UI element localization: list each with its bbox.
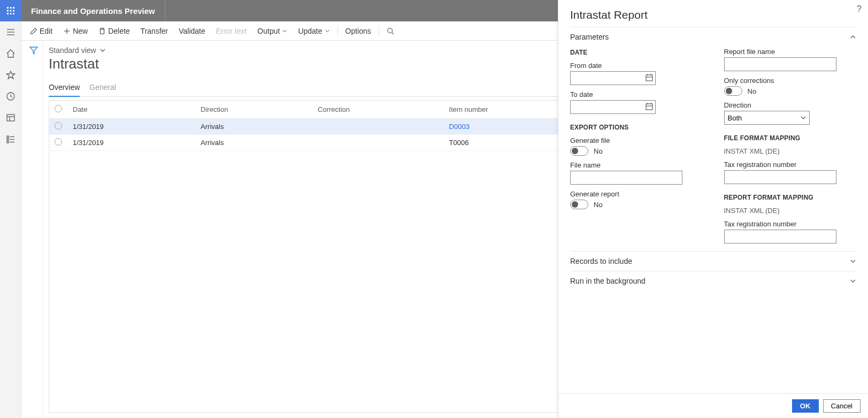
section-background: Run in the background bbox=[570, 271, 856, 291]
search-icon bbox=[387, 27, 394, 35]
chevron-down-icon bbox=[325, 28, 330, 34]
update-label: Update bbox=[298, 27, 322, 35]
file-name-input[interactable] bbox=[570, 171, 682, 185]
clock-icon bbox=[6, 92, 16, 101]
modules-button[interactable] bbox=[0, 132, 21, 147]
edit-button[interactable]: Edit bbox=[25, 21, 58, 40]
to-date-input[interactable] bbox=[570, 100, 656, 114]
select-all-radio[interactable] bbox=[55, 105, 62, 112]
row-select-radio[interactable] bbox=[55, 138, 62, 146]
section-parameters-label: Parameters bbox=[570, 33, 609, 41]
section-background-header[interactable]: Run in the background bbox=[570, 271, 856, 291]
group-file-format: FILE FORMAT MAPPING bbox=[724, 134, 857, 142]
section-parameters-header[interactable]: Parameters bbox=[570, 27, 856, 47]
plus-icon bbox=[63, 27, 71, 35]
from-date-label: From date bbox=[570, 62, 703, 70]
report-file-name-input[interactable] bbox=[724, 57, 836, 71]
generate-report-toggle[interactable] bbox=[570, 200, 588, 209]
home-button[interactable] bbox=[0, 46, 21, 61]
waffle-icon bbox=[6, 6, 15, 15]
delete-button[interactable]: Delete bbox=[93, 21, 135, 40]
tab-general[interactable]: General bbox=[89, 80, 116, 96]
panel-title: Intrastat Report bbox=[558, 0, 868, 27]
tax-reg-label-2: Tax registration number bbox=[724, 220, 857, 228]
cell-direction: Arrivals bbox=[195, 135, 312, 151]
row-select-radio[interactable] bbox=[55, 122, 62, 130]
col-correction[interactable]: Correction bbox=[312, 101, 444, 119]
svg-rect-5 bbox=[13, 10, 14, 12]
filter-column bbox=[25, 41, 43, 418]
tax-reg-input-1[interactable] bbox=[724, 170, 836, 184]
section-records-label: Records to include bbox=[570, 257, 632, 265]
direction-select[interactable]: Both bbox=[724, 111, 810, 125]
intrastat-report-panel: ? Intrastat Report Parameters DATE From … bbox=[558, 0, 868, 418]
chevron-down-icon bbox=[850, 258, 856, 264]
view-label: Standard view bbox=[49, 46, 96, 55]
transfer-label: Transfer bbox=[141, 27, 168, 35]
validate-label: Validate bbox=[179, 27, 205, 35]
svg-rect-6 bbox=[7, 13, 9, 14]
validate-button[interactable]: Validate bbox=[173, 21, 211, 40]
svg-rect-8 bbox=[13, 13, 14, 14]
hamburger-button[interactable] bbox=[0, 25, 21, 40]
update-menu[interactable]: Update bbox=[293, 21, 335, 40]
output-label: Output bbox=[257, 27, 280, 35]
calendar-icon[interactable] bbox=[645, 73, 654, 82]
cell-date: 1/31/2019 bbox=[67, 135, 195, 151]
to-date-label: To date bbox=[570, 90, 703, 98]
generate-report-label: Generate report bbox=[570, 190, 703, 198]
only-corrections-value: No bbox=[748, 87, 757, 95]
output-menu[interactable]: Output bbox=[252, 21, 293, 40]
filter-icon bbox=[29, 46, 38, 55]
search-button[interactable] bbox=[381, 21, 400, 40]
separator bbox=[337, 26, 338, 36]
from-date-input[interactable] bbox=[570, 71, 656, 85]
star-icon bbox=[6, 70, 16, 80]
edit-label: Edit bbox=[40, 27, 52, 35]
svg-rect-16 bbox=[7, 136, 9, 138]
chevron-down-icon bbox=[850, 278, 856, 284]
svg-rect-13 bbox=[7, 115, 14, 121]
cell-date: 1/31/2019 bbox=[67, 119, 195, 135]
cell-correction bbox=[312, 135, 444, 151]
file-name-label: File name bbox=[570, 161, 703, 169]
workspace-icon bbox=[6, 113, 16, 123]
svg-rect-3 bbox=[7, 10, 9, 12]
new-button[interactable]: New bbox=[58, 21, 93, 40]
transfer-button[interactable]: Transfer bbox=[135, 21, 174, 40]
help-button[interactable]: ? bbox=[857, 4, 862, 14]
favorites-button[interactable] bbox=[0, 67, 21, 82]
app-launcher-button[interactable] bbox=[0, 0, 21, 21]
group-date: DATE bbox=[570, 49, 703, 56]
cell-correction bbox=[312, 119, 444, 135]
delete-label: Delete bbox=[108, 27, 129, 35]
options-label: Options bbox=[345, 27, 371, 35]
trash-icon bbox=[98, 27, 106, 35]
report-file-name-label: Report file name bbox=[724, 48, 857, 56]
section-records-header[interactable]: Records to include bbox=[570, 252, 856, 271]
generate-report-value: No bbox=[594, 201, 603, 209]
generate-file-label: Generate file bbox=[570, 136, 703, 145]
tab-overview[interactable]: Overview bbox=[49, 80, 80, 97]
svg-rect-18 bbox=[7, 139, 9, 140]
only-corrections-toggle[interactable] bbox=[724, 86, 742, 96]
group-export: EXPORT OPTIONS bbox=[570, 124, 703, 131]
direction-label: Direction bbox=[724, 101, 857, 109]
workspaces-button[interactable] bbox=[0, 110, 21, 125]
col-date[interactable]: Date bbox=[67, 101, 195, 119]
svg-rect-1 bbox=[10, 7, 12, 9]
col-direction[interactable]: Direction bbox=[195, 101, 312, 119]
new-label: New bbox=[73, 27, 88, 35]
file-format-value: INSTAT XML (DE) bbox=[724, 147, 780, 155]
tax-reg-input-2[interactable] bbox=[724, 230, 836, 244]
recent-button[interactable] bbox=[0, 89, 21, 104]
app-title: Finance and Operations Preview bbox=[21, 0, 165, 21]
options-button[interactable]: Options bbox=[340, 21, 377, 40]
generate-file-toggle[interactable] bbox=[570, 146, 588, 156]
ok-button[interactable]: OK bbox=[792, 399, 819, 413]
calendar-icon[interactable] bbox=[645, 102, 654, 111]
chevron-down-icon bbox=[282, 28, 287, 34]
cancel-button[interactable]: Cancel bbox=[823, 399, 861, 413]
chevron-up-icon bbox=[850, 34, 856, 40]
filter-button[interactable] bbox=[29, 46, 38, 418]
